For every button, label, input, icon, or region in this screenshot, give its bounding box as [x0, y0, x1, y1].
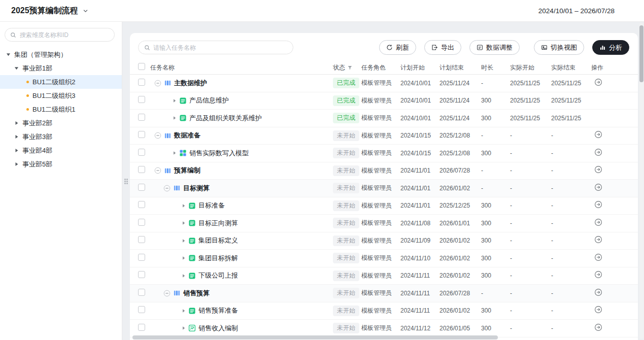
leaf-arrow-icon[interactable]: [182, 274, 186, 278]
row-checkbox[interactable]: [138, 96, 145, 103]
task-name[interactable]: 产品信息维护: [189, 96, 229, 105]
task-name[interactable]: 集团目标拆解: [198, 254, 238, 263]
enter-task-button[interactable]: [594, 218, 602, 226]
tree-item[interactable]: 集团（管理架构）: [0, 48, 122, 61]
row-checkbox[interactable]: [138, 271, 145, 278]
group-bars-icon: [173, 289, 181, 297]
model-icon: [179, 149, 187, 157]
collapse-icon[interactable]: [163, 185, 171, 192]
row-checkbox[interactable]: [138, 289, 145, 296]
enter-task-button[interactable]: [594, 305, 602, 314]
row-checkbox[interactable]: [138, 114, 145, 121]
caret-right-icon[interactable]: [14, 148, 19, 153]
collapse-icon[interactable]: [163, 290, 171, 297]
leaf-arrow-icon[interactable]: [182, 309, 186, 313]
row-checkbox[interactable]: [138, 131, 145, 138]
enter-task-button[interactable]: [594, 270, 602, 279]
enter-task-button[interactable]: [594, 148, 602, 156]
tree-item[interactable]: 事业部5部: [0, 157, 122, 171]
leaf-arrow-icon[interactable]: [182, 203, 186, 208]
split-handle[interactable]: [124, 179, 128, 185]
table-cell: -: [551, 307, 591, 314]
table-cell: 2026/07/28: [439, 290, 481, 297]
caret-right-icon[interactable]: [14, 134, 19, 139]
task-name[interactable]: 目标准备: [198, 201, 225, 210]
row-checkbox[interactable]: [138, 149, 145, 156]
status-badge: 未开始: [333, 253, 359, 263]
task-name[interactable]: 预算编制: [174, 166, 200, 175]
leaf-arrow-icon[interactable]: [182, 221, 186, 225]
enter-task-button[interactable]: [594, 165, 602, 174]
collapse-icon[interactable]: [154, 167, 161, 174]
switch-view-icon: [541, 44, 548, 51]
horizontal-scrollbar-thumb[interactable]: [132, 335, 498, 339]
task-search-input[interactable]: [153, 44, 287, 51]
switch-view-button[interactable]: 切换视图: [534, 40, 584, 55]
task-name[interactable]: 销售预算: [183, 289, 210, 298]
vertical-scrollbar[interactable]: [639, 23, 643, 339]
status-badge: 未开始: [333, 183, 359, 193]
collapse-icon[interactable]: [154, 132, 161, 139]
enter-task-button[interactable]: [594, 183, 602, 191]
task-name[interactable]: 销售实际数写入模型: [189, 149, 249, 158]
tree-item[interactable]: 事业部1部: [0, 61, 122, 75]
refresh-button[interactable]: 刷新: [379, 40, 416, 55]
enter-task-button[interactable]: [594, 200, 602, 209]
task-name[interactable]: 主数据维护: [174, 79, 207, 88]
caret-down-icon[interactable]: [6, 52, 11, 57]
leaf-arrow-icon[interactable]: [173, 98, 177, 103]
table-cell: 2025/11/24: [439, 80, 481, 87]
form-icon: [188, 272, 196, 280]
enter-task-button[interactable]: [594, 253, 602, 261]
tree-item[interactable]: BU1二级组织1: [0, 103, 122, 116]
task-name[interactable]: 目标正向测算: [198, 219, 238, 228]
action-cell: [591, 183, 630, 193]
enter-task-button[interactable]: [594, 323, 602, 331]
dimension-search-input[interactable]: [20, 31, 109, 39]
tree-item[interactable]: 事业部3部: [0, 130, 122, 144]
enter-task-button[interactable]: [594, 288, 602, 296]
row-checkbox[interactable]: [138, 79, 145, 86]
leaf-arrow-icon[interactable]: [182, 256, 186, 260]
task-name[interactable]: 产品及组织关联关系维护: [189, 114, 262, 123]
task-name[interactable]: 数据准备: [174, 131, 200, 140]
enter-task-button[interactable]: [594, 78, 602, 86]
task-name[interactable]: 销售收入编制: [198, 324, 238, 333]
enter-task-button[interactable]: [594, 235, 602, 244]
task-name[interactable]: 目标测算: [183, 184, 210, 193]
leaf-arrow-icon[interactable]: [173, 151, 177, 155]
caret-down-icon[interactable]: [14, 66, 19, 71]
task-name[interactable]: 集团目标定义: [198, 236, 238, 245]
row-checkbox[interactable]: [138, 324, 145, 331]
caret-right-icon[interactable]: [14, 162, 19, 166]
task-name[interactable]: 下级公司上报: [198, 271, 238, 280]
title-wrap[interactable]: 2025预算编制流程: [11, 6, 88, 16]
leaf-arrow-icon[interactable]: [182, 326, 186, 330]
row-checkbox[interactable]: [138, 166, 145, 173]
table-cell: 2024/11/10: [400, 255, 439, 262]
select-all-checkbox[interactable]: [138, 63, 145, 70]
analysis-button[interactable]: 分析: [592, 40, 629, 55]
row-checkbox[interactable]: [138, 219, 145, 226]
filter-icon[interactable]: [347, 65, 353, 71]
horizontal-scrollbar[interactable]: [132, 335, 633, 339]
tree-item[interactable]: BU1二级组织2: [0, 75, 122, 89]
row-checkbox[interactable]: [138, 201, 145, 208]
enter-task-button[interactable]: [594, 130, 602, 139]
chevron-down-icon[interactable]: [83, 8, 88, 14]
vertical-scrollbar-thumb[interactable]: [639, 25, 643, 82]
leaf-arrow-icon[interactable]: [182, 239, 186, 243]
tree-item[interactable]: 事业部2部: [0, 116, 122, 130]
caret-right-icon[interactable]: [14, 121, 19, 125]
row-checkbox[interactable]: [138, 236, 145, 243]
collapse-icon[interactable]: [154, 80, 161, 87]
data-adjust-button[interactable]: 数据调整: [469, 40, 520, 55]
export-button[interactable]: 导出: [424, 40, 461, 55]
row-checkbox[interactable]: [138, 184, 145, 191]
row-checkbox[interactable]: [138, 306, 145, 313]
tree-item[interactable]: 事业部4部: [0, 144, 122, 157]
tree-item[interactable]: BU1二级组织3: [0, 89, 122, 103]
row-checkbox[interactable]: [138, 254, 145, 261]
leaf-arrow-icon[interactable]: [173, 116, 177, 120]
task-name[interactable]: 销售预算准备: [198, 306, 238, 315]
